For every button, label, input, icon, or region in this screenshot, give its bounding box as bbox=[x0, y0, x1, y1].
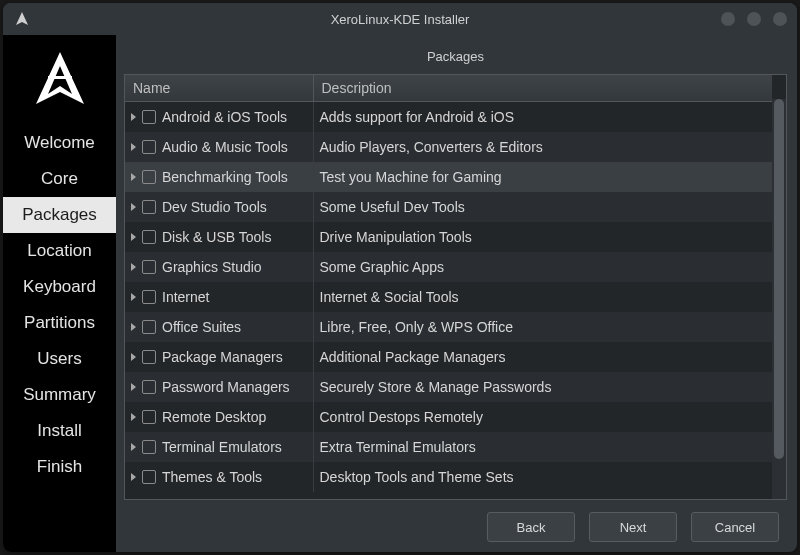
checkbox[interactable] bbox=[142, 260, 156, 274]
table-row[interactable]: Themes & ToolsDesktop Tools and Theme Se… bbox=[125, 462, 772, 492]
sidebar-step[interactable]: Install bbox=[3, 413, 116, 449]
table-row[interactable]: Office SuitesLibre, Free, Only & WPS Off… bbox=[125, 312, 772, 342]
sidebar-step[interactable]: Summary bbox=[3, 377, 116, 413]
expand-icon[interactable] bbox=[131, 443, 136, 451]
package-description: Control Destops Remotely bbox=[313, 402, 772, 432]
package-name: Graphics Studio bbox=[162, 259, 262, 275]
table-row[interactable]: Disk & USB ToolsDrive Manipulation Tools bbox=[125, 222, 772, 252]
package-name: Remote Desktop bbox=[162, 409, 266, 425]
footer-buttons: Back Next Cancel bbox=[124, 500, 787, 542]
package-description: Audio Players, Converters & Editors bbox=[313, 132, 772, 162]
package-description: Test you Machine for Gaming bbox=[313, 162, 772, 192]
expand-icon[interactable] bbox=[131, 203, 136, 211]
table-row[interactable]: Password ManagersSecurely Store & Manage… bbox=[125, 372, 772, 402]
table-row[interactable]: Benchmarking ToolsTest you Machine for G… bbox=[125, 162, 772, 192]
checkbox[interactable] bbox=[142, 410, 156, 424]
package-description: Desktop Tools and Theme Sets bbox=[313, 462, 772, 492]
package-description: Adds support for Android & iOS bbox=[313, 102, 772, 133]
expand-icon[interactable] bbox=[131, 143, 136, 151]
package-name: Dev Studio Tools bbox=[162, 199, 267, 215]
sidebar-step[interactable]: Finish bbox=[3, 449, 116, 485]
page-title: Packages bbox=[124, 43, 787, 74]
checkbox[interactable] bbox=[142, 230, 156, 244]
checkbox[interactable] bbox=[142, 170, 156, 184]
svg-marker-0 bbox=[16, 12, 28, 25]
next-button[interactable]: Next bbox=[589, 512, 677, 542]
titlebar: XeroLinux-KDE Installer bbox=[3, 3, 797, 35]
column-header-description[interactable]: Description bbox=[313, 75, 772, 102]
checkbox[interactable] bbox=[142, 470, 156, 484]
checkbox[interactable] bbox=[142, 140, 156, 154]
sidebar: WelcomeCorePackagesLocationKeyboardParti… bbox=[3, 35, 116, 552]
close-button[interactable] bbox=[773, 12, 787, 26]
sidebar-step[interactable]: Packages bbox=[3, 197, 116, 233]
checkbox[interactable] bbox=[142, 110, 156, 124]
expand-icon[interactable] bbox=[131, 383, 136, 391]
column-header-name[interactable]: Name bbox=[125, 75, 313, 102]
package-description: Some Graphic Apps bbox=[313, 252, 772, 282]
sidebar-step[interactable]: Welcome bbox=[3, 125, 116, 161]
scroll-thumb[interactable] bbox=[774, 99, 784, 459]
name-cell: Remote Desktop bbox=[125, 402, 313, 432]
name-cell: Android & iOS Tools bbox=[125, 102, 313, 133]
name-cell: Internet bbox=[125, 282, 313, 312]
package-name: Benchmarking Tools bbox=[162, 169, 288, 185]
sidebar-step[interactable]: Core bbox=[3, 161, 116, 197]
package-description: Extra Terminal Emulators bbox=[313, 432, 772, 462]
table-row[interactable]: Dev Studio ToolsSome Useful Dev Tools bbox=[125, 192, 772, 222]
package-name: Password Managers bbox=[162, 379, 290, 395]
back-button[interactable]: Back bbox=[487, 512, 575, 542]
table-row[interactable]: Package ManagersAdditional Package Manag… bbox=[125, 342, 772, 372]
cancel-button[interactable]: Cancel bbox=[691, 512, 779, 542]
expand-icon[interactable] bbox=[131, 293, 136, 301]
package-name: Themes & Tools bbox=[162, 469, 262, 485]
checkbox[interactable] bbox=[142, 200, 156, 214]
vertical-scrollbar[interactable] bbox=[772, 99, 786, 499]
expand-icon[interactable] bbox=[131, 473, 136, 481]
expand-icon[interactable] bbox=[131, 173, 136, 181]
svg-rect-3 bbox=[48, 76, 72, 79]
expand-icon[interactable] bbox=[131, 113, 136, 121]
package-description: Internet & Social Tools bbox=[313, 282, 772, 312]
window-controls bbox=[721, 12, 787, 26]
package-name: Audio & Music Tools bbox=[162, 139, 288, 155]
name-cell: Terminal Emulators bbox=[125, 432, 313, 462]
expand-icon[interactable] bbox=[131, 263, 136, 271]
minimize-button[interactable] bbox=[721, 12, 735, 26]
maximize-button[interactable] bbox=[747, 12, 761, 26]
main-panel: Packages Name Description Android & iOS … bbox=[116, 35, 797, 552]
checkbox[interactable] bbox=[142, 440, 156, 454]
table-row[interactable]: Terminal EmulatorsExtra Terminal Emulato… bbox=[125, 432, 772, 462]
name-cell: Graphics Studio bbox=[125, 252, 313, 282]
packages-table: Name Description Android & iOS ToolsAdds… bbox=[125, 75, 772, 492]
table-row[interactable]: Remote DesktopControl Destops Remotely bbox=[125, 402, 772, 432]
table-row[interactable]: Audio & Music ToolsAudio Players, Conver… bbox=[125, 132, 772, 162]
sidebar-step[interactable]: Keyboard bbox=[3, 269, 116, 305]
expand-icon[interactable] bbox=[131, 323, 136, 331]
table-row[interactable]: Android & iOS ToolsAdds support for Andr… bbox=[125, 102, 772, 133]
expand-icon[interactable] bbox=[131, 353, 136, 361]
checkbox[interactable] bbox=[142, 320, 156, 334]
package-description: Some Useful Dev Tools bbox=[313, 192, 772, 222]
window-title: XeroLinux-KDE Installer bbox=[3, 12, 797, 27]
package-name: Disk & USB Tools bbox=[162, 229, 271, 245]
table-row[interactable]: Graphics StudioSome Graphic Apps bbox=[125, 252, 772, 282]
name-cell: Disk & USB Tools bbox=[125, 222, 313, 252]
expand-icon[interactable] bbox=[131, 413, 136, 421]
name-cell: Password Managers bbox=[125, 372, 313, 402]
sidebar-step[interactable]: Location bbox=[3, 233, 116, 269]
checkbox[interactable] bbox=[142, 290, 156, 304]
name-cell: Package Managers bbox=[125, 342, 313, 372]
package-description: Drive Manipulation Tools bbox=[313, 222, 772, 252]
expand-icon[interactable] bbox=[131, 233, 136, 241]
name-cell: Dev Studio Tools bbox=[125, 192, 313, 222]
sidebar-step[interactable]: Partitions bbox=[3, 305, 116, 341]
package-description: Additional Package Managers bbox=[313, 342, 772, 372]
package-name: Terminal Emulators bbox=[162, 439, 282, 455]
name-cell: Benchmarking Tools bbox=[125, 162, 313, 192]
sidebar-step[interactable]: Users bbox=[3, 341, 116, 377]
step-list: WelcomeCorePackagesLocationKeyboardParti… bbox=[3, 125, 116, 485]
checkbox[interactable] bbox=[142, 380, 156, 394]
checkbox[interactable] bbox=[142, 350, 156, 364]
table-row[interactable]: InternetInternet & Social Tools bbox=[125, 282, 772, 312]
